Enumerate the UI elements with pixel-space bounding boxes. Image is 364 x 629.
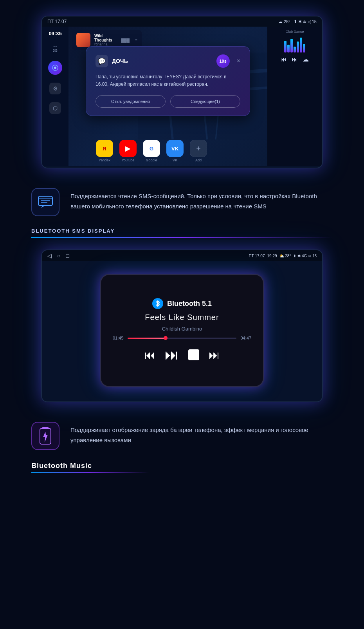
phone-battery-icon — [39, 426, 52, 446]
bt-label-text: Bluetooth 5.1 — [167, 300, 212, 308]
screen-main-1: Wild Thoughts Rihanna ▓▓▓ ≡ 💬 ДОЧЬ 10s × — [68, 27, 267, 166]
svg-rect-9 — [38, 196, 52, 206]
status-bar-1: ПТ 17.07 ☁ 25° ⬆ ✱ ≋ ◁ 15 — [42, 16, 322, 27]
svg-marker-16 — [43, 432, 48, 443]
section-label-text-1: BLUETOOTH SMS DISPLAY — [31, 228, 333, 234]
phone-feature-icon — [31, 422, 59, 450]
feature-sms-text: Поддерживается чтение SMS-сообщений. Тол… — [70, 188, 333, 211]
sidebar-time: 09:35 — [49, 31, 61, 36]
app-yandex[interactable]: Я Yandex — [96, 140, 113, 162]
right-panel-label: Club Dance — [285, 30, 304, 34]
prev-button-right[interactable]: ⏮ — [281, 56, 287, 63]
stop-button[interactable] — [188, 349, 199, 360]
dialog-sender: ДОЧЬ — [112, 58, 213, 64]
next-notification-button[interactable]: Следующее(1) — [170, 95, 240, 108]
music-menu-icon[interactable]: ≡ — [135, 38, 137, 42]
dialog-buttons: Откл. уведомления Следующее(1) — [96, 95, 240, 108]
eq-bar-1 — [284, 41, 287, 52]
bt-symbol — [155, 300, 160, 307]
nav-icons: ◁ ○ □ — [47, 253, 69, 259]
eq-bar-5 — [297, 42, 299, 52]
add-label: Add — [195, 158, 202, 162]
bt-header: Bluetooth 5.1 — [152, 298, 212, 309]
dismiss-notifications-button[interactable]: Откл. уведомления — [96, 95, 166, 108]
bt-music-label-text: Bluetooth Music — [31, 462, 333, 470]
feature-battery-text: Поддерживает отображение заряда батареи … — [70, 422, 333, 445]
progress-wrap: 01:45 04:47 — [113, 336, 251, 340]
music-thumbnail — [76, 33, 90, 47]
status-weather-2: ⛅ 28° — [279, 254, 291, 258]
eq-bar-2 — [287, 45, 290, 52]
sidebar-1: 09:35 ···· 3G ⚙ ⬡ — [42, 27, 68, 166]
status-bar-2: ◁ ○ □ ПТ 17.07 19:29 ⛅ 28° ⬆ ✱ 4G ≋ 15 — [42, 250, 322, 261]
status-bar-right-2: ПТ 17.07 19:29 ⛅ 28° ⬆ ✱ 4G ≋ 15 — [249, 254, 317, 258]
music-title: Wild Thoughts — [94, 34, 117, 42]
phone-mockup: Bluetooth 5.1 Feels Like Summer Childish… — [100, 274, 264, 387]
music-signal-icon: ▓▓▓ — [121, 38, 130, 42]
add-app-icon[interactable]: + — [190, 140, 207, 157]
device-screen-2: ◁ ○ □ ПТ 17.07 19:29 ⛅ 28° ⬆ ✱ 4G ≋ 15 — [41, 249, 323, 402]
message-icon — [38, 196, 53, 208]
right-music-panel: Club Dance ⏮ ⏭ ☁ — [267, 27, 322, 166]
dialog-message-text: Папа, ты установил магнитолу TEYES? Дава… — [96, 73, 240, 88]
section-label-bt: Bluetooth Music — [0, 458, 364, 473]
progress-bar[interactable] — [128, 338, 237, 339]
status-time-2: 19:29 — [267, 254, 277, 258]
track-artist: Childish Gambino — [162, 326, 202, 332]
eq-bar-3 — [290, 39, 293, 52]
next-track-button[interactable]: ⏭ — [209, 349, 220, 361]
settings-icon[interactable]: ⚙ — [49, 83, 61, 94]
section-label-sms: BLUETOOTH SMS DISPLAY — [0, 224, 364, 238]
next-button-right[interactable]: ⏭ — [292, 56, 298, 63]
home-nav-icon[interactable]: ○ — [57, 253, 60, 259]
eq-bar-7 — [303, 44, 305, 52]
app-youtube[interactable]: ▶ Youtube — [119, 140, 137, 162]
play-pause-button[interactable]: ⏭ — [165, 347, 179, 363]
bluetooth-icon — [152, 298, 163, 309]
right-music-controls: ⏮ ⏭ ☁ — [281, 56, 309, 63]
track-title: Feels Like Summer — [145, 313, 219, 322]
app-icons-bar: Я Yandex ▶ Youtube G Google VK — [96, 140, 263, 162]
progress-fill — [128, 338, 166, 339]
dialog-sms-icon: 💬 — [96, 55, 108, 67]
recent-nav-icon[interactable]: □ — [66, 253, 69, 259]
apps-icon[interactable]: ⬡ — [49, 102, 61, 114]
sms-screen-section: ПТ 17.07 ☁ 25° ⬆ ✱ ≋ ◁ 15 09:35 ···· 3G — [0, 12, 364, 176]
yandex-label: Yandex — [99, 158, 110, 162]
time-current: 01:45 — [113, 336, 124, 340]
eq-bar-6 — [300, 38, 302, 52]
playback-controls: ⏮ ⏭ ⏭ — [144, 347, 220, 363]
device-screen-1: ПТ 17.07 ☁ 25° ⬆ ✱ ≋ ◁ 15 09:35 ···· 3G — [41, 16, 323, 168]
phone-mockup-wrap: Bluetooth 5.1 Feels Like Summer Childish… — [42, 261, 322, 400]
vk-icon[interactable]: VK — [166, 140, 184, 157]
screen-content-1: 09:35 ···· 3G ⚙ ⬡ — [42, 27, 322, 166]
time-total: 04:47 — [240, 336, 251, 340]
status-icons-2: ⬆ ✱ 4G ≋ 15 — [293, 254, 317, 258]
sms-feature-icon — [31, 188, 59, 216]
google-icon[interactable]: G — [143, 140, 160, 157]
youtube-icon[interactable]: ▶ — [119, 140, 137, 157]
back-nav-icon[interactable]: ◁ — [47, 253, 52, 259]
bottom-spacer — [0, 473, 364, 489]
dialog-header: 💬 ДОЧЬ 10s × — [96, 54, 240, 68]
music-info: Wild Thoughts Rihanna — [94, 34, 117, 46]
weather-icon: ☁ 25° — [278, 19, 290, 24]
feature-battery-section: Поддерживает отображение заряда батареи … — [0, 410, 364, 458]
prev-track-button[interactable]: ⏮ — [144, 349, 155, 361]
yandex-icon[interactable]: Я — [96, 140, 113, 157]
sidebar-assistant-button[interactable] — [48, 61, 62, 75]
app-add[interactable]: + Add — [190, 140, 207, 162]
feature-sms-section: Поддерживается чтение SMS-сообщений. Тол… — [0, 176, 364, 224]
cloud-button-right[interactable]: ☁ — [303, 56, 309, 63]
sidebar-network: ···· 3G — [53, 44, 58, 53]
status-date: ПТ 17.07 — [47, 19, 67, 24]
status-date-2: ПТ 17.07 — [249, 254, 265, 258]
app-vk[interactable]: VK VK — [166, 140, 184, 162]
app-google[interactable]: G Google — [143, 140, 160, 162]
section-underline-1 — [31, 237, 333, 238]
equalizer-bars — [284, 37, 305, 52]
google-label: Google — [146, 158, 157, 162]
progress-dot — [164, 336, 168, 340]
svg-point-1 — [54, 67, 56, 69]
dialog-close-button[interactable]: × — [237, 58, 240, 65]
